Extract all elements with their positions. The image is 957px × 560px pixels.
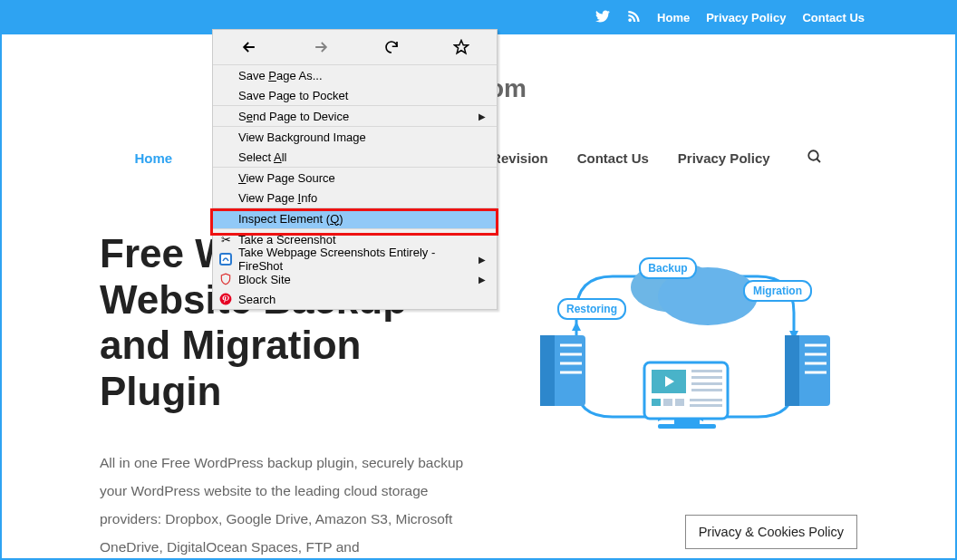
svg-rect-37 (690, 404, 722, 407)
context-menu: Save Page As... Save Page to Pocket Send… (212, 29, 498, 310)
ctx-send-to-device[interactable]: Send Page to Device▶ (213, 106, 497, 126)
nav-contact[interactable]: Contact Us (577, 150, 649, 166)
scissors-icon: ✂ (218, 232, 233, 246)
svg-rect-33 (652, 399, 661, 406)
nav-home[interactable]: Home (134, 150, 172, 166)
svg-marker-4 (572, 322, 581, 331)
svg-rect-38 (674, 419, 700, 424)
forward-icon[interactable] (312, 38, 330, 56)
ctx-save-to-pocket[interactable]: Save Page to Pocket (213, 85, 497, 105)
svg-point-0 (808, 150, 818, 160)
cookies-box[interactable]: Privacy & Cookies Policy (685, 515, 857, 549)
topbar-link-privacy[interactable]: Privacy Policy (706, 11, 786, 24)
svg-rect-36 (690, 399, 722, 401)
ctx-select-all[interactable]: Select All (213, 147, 497, 167)
rss-icon[interactable] (626, 9, 641, 26)
twitter-icon[interactable] (595, 9, 610, 26)
shield-icon (218, 272, 233, 286)
ctx-view-info[interactable]: View Page Info (213, 188, 497, 208)
back-icon[interactable] (240, 38, 258, 56)
hero-illustration: Restoring Backup Migration (513, 231, 857, 467)
svg-rect-29 (691, 370, 722, 372)
svg-text:Migration: Migration (753, 285, 802, 297)
svg-rect-21 (785, 335, 799, 406)
svg-rect-31 (691, 382, 722, 385)
svg-text:Restoring: Restoring (566, 303, 617, 315)
topbar-link-home[interactable]: Home (657, 11, 690, 24)
fireshot-icon (218, 252, 233, 266)
svg-text:Backup: Backup (648, 262, 687, 275)
bookmark-icon[interactable] (453, 39, 469, 55)
pinterest-icon (218, 292, 233, 306)
svg-line-1 (817, 159, 820, 162)
ctx-inspect-element[interactable]: Inspect Element (Q) (213, 208, 497, 228)
ctx-nav-row (213, 30, 497, 64)
svg-rect-34 (663, 399, 672, 406)
reload-icon[interactable] (383, 39, 400, 55)
topbar-link-contact[interactable]: Contact Us (802, 11, 865, 24)
ctx-view-source[interactable]: View Page Source (213, 168, 497, 188)
ctx-view-bg-image[interactable]: View Background Image (213, 127, 497, 147)
ctx-fireshot[interactable]: Take Webpage Screenshots Entirely - Fire… (213, 249, 497, 269)
ctx-block-site[interactable]: Block Site▶ (213, 269, 497, 289)
svg-rect-41 (220, 254, 231, 265)
svg-rect-35 (675, 399, 684, 406)
svg-rect-32 (691, 389, 722, 391)
svg-rect-30 (691, 376, 722, 379)
nav-revision[interactable]: Revision (491, 150, 548, 166)
svg-marker-40 (455, 41, 469, 53)
ctx-search[interactable]: Search (213, 289, 497, 309)
nav-privacy[interactable]: Privacy Policy (678, 150, 770, 166)
ctx-save-page-as[interactable]: Save Page As... (213, 65, 497, 85)
svg-rect-15 (540, 335, 555, 406)
hero-paragraph: All in one Free WordPress backup plugin,… (100, 449, 477, 560)
svg-rect-39 (658, 424, 716, 429)
search-icon[interactable] (807, 149, 823, 168)
